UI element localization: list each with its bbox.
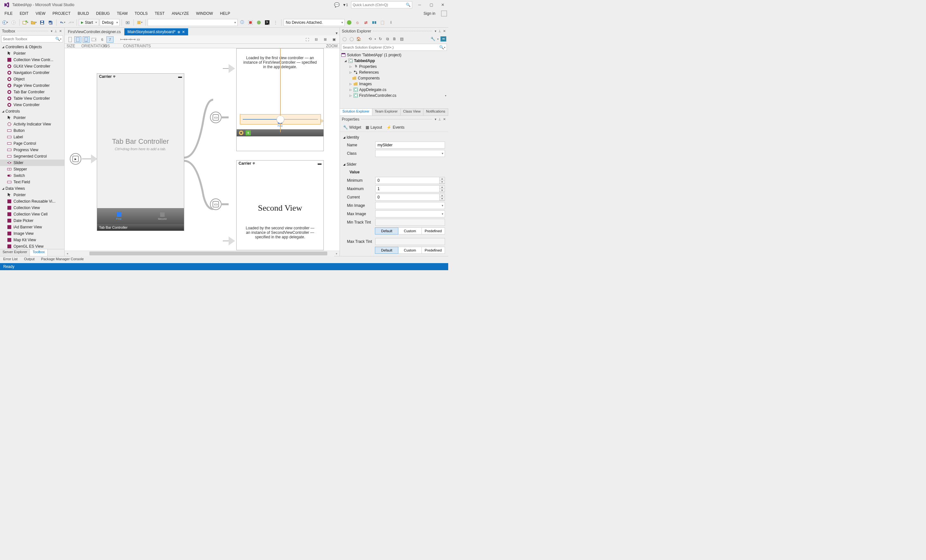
dropdown-icon[interactable]: ▾ <box>434 29 437 33</box>
tab-server-explorer[interactable]: Server Explorer <box>0 249 30 256</box>
filter-icon[interactable]: ━ <box>440 36 446 41</box>
orient-portrait-button[interactable] <box>83 36 90 43</box>
tab-notifications[interactable]: Notifications <box>424 109 448 115</box>
toolbox-group[interactable]: ◢Controls <box>0 108 64 115</box>
tb-icon-c[interactable]: >_ <box>263 19 271 26</box>
refresh-icon[interactable]: ↻ <box>378 36 383 41</box>
tb-icon-d[interactable]: ⋮ <box>272 19 279 26</box>
home-icon[interactable]: 🏠 <box>356 36 361 41</box>
tab-bar-controller-scene[interactable]: Carrier ᯤ▬ Tab Bar Controller Ctrl+drag … <box>97 73 184 231</box>
undo-button[interactable]: ▾ <box>59 19 66 26</box>
pin-icon[interactable]: ⊥ <box>54 29 58 33</box>
resize-handle-icon[interactable] <box>320 119 324 123</box>
open-file-button[interactable]: ▾ <box>30 19 38 26</box>
toolbar-btn-1[interactable] <box>124 19 132 26</box>
save-all-button[interactable] <box>47 19 54 26</box>
size-short-button[interactable] <box>74 36 81 43</box>
tab-team-explorer[interactable]: Team Explorer <box>372 109 401 115</box>
tab-toolbox[interactable]: Toolbox <box>30 249 48 256</box>
storyboard-canvas[interactable]: ▸ Carrier ᯤ▬ Tab Bar Controller Ctrl+dra… <box>65 48 339 251</box>
menu-team[interactable]: TEAM <box>113 11 130 17</box>
tb-icon-e[interactable]: ⇄ <box>362 19 370 26</box>
show-all-icon[interactable]: 🗎 <box>392 36 397 41</box>
feedback-icon[interactable]: 💬 <box>334 2 339 8</box>
slider-widget[interactable] <box>240 114 321 124</box>
toolbox-item[interactable]: Image View <box>0 230 64 237</box>
close-icon[interactable]: ✕ <box>182 30 185 34</box>
toolbox-item[interactable]: Label <box>0 134 64 140</box>
toolbar-btn-2[interactable]: ▾ <box>136 19 144 26</box>
toolbox-item[interactable]: iAd Banner View <box>0 224 64 230</box>
wrench-icon[interactable]: 🔧 <box>430 36 435 41</box>
constraint-btn-3[interactable]: ▭ <box>135 36 142 43</box>
toolbox-item[interactable]: Object <box>0 76 64 82</box>
zoom-fit-button[interactable]: ⛶ <box>304 36 310 43</box>
tint-predef-button[interactable]: Predefined <box>422 227 445 235</box>
menu-help[interactable]: HELP <box>217 11 233 17</box>
toolbox-item[interactable]: View Controller <box>0 101 64 108</box>
name-input[interactable] <box>375 142 445 148</box>
tb-icon-f[interactable] <box>371 19 378 26</box>
new-project-button[interactable]: ▾ <box>21 19 29 26</box>
solution-node[interactable]: Solution 'TabbedApp' (1 project) <box>340 52 448 58</box>
toolbox-item[interactable]: Collection Reusable Vi... <box>0 198 64 204</box>
mintint-swatch[interactable] <box>375 219 445 226</box>
maximg-combo[interactable] <box>375 210 445 218</box>
firstvc-node[interactable]: ▷C#FirstViewController.cs▾ <box>340 92 448 98</box>
toolbox-item[interactable]: Pointer <box>0 192 64 198</box>
menu-file[interactable]: FILE <box>1 11 16 17</box>
nav-back-button[interactable]: ▾ <box>1 19 9 26</box>
first-view-scene[interactable]: Loaded by the first view controller — an… <box>236 48 324 151</box>
toolbox-item[interactable]: Collection View Cell <box>0 211 64 218</box>
toolbox-item[interactable]: Stepper <box>0 166 64 173</box>
exit-icon[interactable] <box>246 130 251 135</box>
tint-default-button[interactable]: Default <box>375 247 398 254</box>
viewcontroller-icon[interactable] <box>239 130 244 135</box>
back-icon[interactable]: ◯ <box>342 36 347 41</box>
zoom-actual-button[interactable]: ▣ <box>331 36 337 43</box>
menu-test[interactable]: TEST <box>151 11 168 17</box>
h-scrollbar[interactable]: ◂ ▸ <box>65 251 339 256</box>
menu-analyze[interactable]: ANALYZE <box>168 11 192 17</box>
tab-first[interactable]: First <box>97 208 141 224</box>
devices-combo[interactable]: No Devices Attached. <box>284 19 345 26</box>
size-tall-button[interactable] <box>67 36 74 43</box>
project-node[interactable]: ◢C#TabbedApp <box>340 58 448 64</box>
sync-icon[interactable]: ⟲ <box>368 36 373 41</box>
dropdown-icon[interactable]: ▾ <box>434 117 437 121</box>
config-combo[interactable]: Debug <box>100 19 119 26</box>
collapse-icon[interactable]: ⧉ <box>385 36 390 41</box>
start-debug-button[interactable]: ▶Start▾ <box>79 19 99 26</box>
maxtint-swatch[interactable] <box>375 238 445 245</box>
tint-custom-button[interactable]: Custom <box>398 247 422 254</box>
ios6-button[interactable]: 6 <box>99 36 106 43</box>
toolbox-item[interactable]: Button <box>0 127 64 134</box>
tab-layout[interactable]: ▦Layout <box>366 125 382 130</box>
sign-in-link[interactable]: Sign in <box>420 11 439 17</box>
entry-point-icon[interactable]: ▸ <box>70 153 81 165</box>
max-input[interactable] <box>375 185 440 192</box>
info-icon[interactable]: ⓘ <box>238 19 246 26</box>
toolbox-item[interactable]: Map Kit View <box>0 237 64 243</box>
orient-landscape-button[interactable] <box>90 36 97 43</box>
class-combo[interactable] <box>375 150 445 157</box>
menu-edit[interactable]: EDIT <box>17 11 32 17</box>
dropdown-icon[interactable]: ▾ <box>336 31 337 35</box>
toolbox-item[interactable]: Date Picker <box>0 218 64 224</box>
toolbox-item[interactable]: GLKit View Controller <box>0 63 64 70</box>
toolbox-item[interactable]: Pointer <box>0 50 64 57</box>
toolbox-group[interactable]: ◢Controllers & Objects <box>0 44 64 50</box>
close-icon[interactable]: ✕ <box>442 117 446 121</box>
tab-error-list[interactable]: Error List <box>0 256 21 263</box>
toolbox-item[interactable]: Pointer <box>0 115 64 121</box>
minimg-combo[interactable] <box>375 202 445 209</box>
menu-project[interactable]: PROJECT <box>49 11 74 17</box>
pin-icon[interactable]: ⊕ <box>177 30 180 34</box>
components-node[interactable]: Components <box>340 75 448 81</box>
quick-launch-input[interactable]: 🔍 <box>351 1 412 8</box>
fwd-icon[interactable]: ◯ <box>349 36 354 41</box>
images-node[interactable]: ▷Images <box>340 81 448 87</box>
toolbox-item[interactable]: Segmented Control <box>0 153 64 159</box>
tint-custom-button[interactable]: Custom <box>398 227 422 235</box>
props-icon[interactable]: ▤ <box>399 36 404 41</box>
